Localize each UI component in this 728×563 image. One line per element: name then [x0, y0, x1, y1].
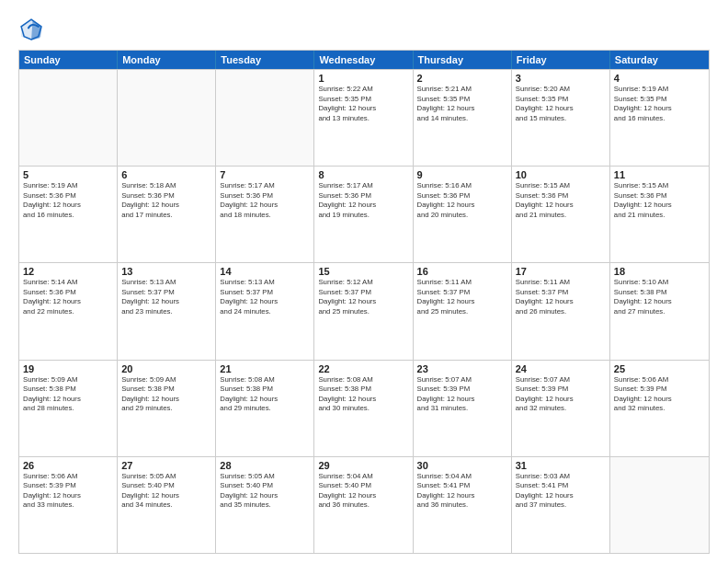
day-cell-3: 3Sunrise: 5:20 AMSunset: 5:35 PMDaylight…: [512, 70, 610, 166]
cell-line: and 34 minutes.: [121, 500, 211, 511]
header-day-wednesday: Wednesday: [314, 51, 413, 69]
header-day-monday: Monday: [118, 51, 216, 69]
day-number: 1: [318, 73, 408, 84]
cell-line: Daylight: 12 hours: [516, 395, 606, 405]
cell-line: Sunrise: 5:06 AM: [23, 472, 113, 482]
cell-line: and 37 minutes.: [516, 500, 606, 511]
day-number: 4: [614, 73, 705, 84]
cell-line: and 29 minutes.: [121, 404, 211, 414]
cell-line: Sunset: 5:38 PM: [614, 288, 705, 298]
day-number: 16: [417, 266, 507, 277]
cell-line: Sunrise: 5:21 AM: [417, 85, 507, 95]
cell-line: Sunset: 5:40 PM: [318, 481, 408, 491]
logo-icon: [18, 17, 44, 42]
cell-line: Daylight: 12 hours: [23, 395, 113, 405]
cell-line: Sunrise: 5:10 AM: [614, 278, 705, 288]
cell-line: Sunrise: 5:03 AM: [516, 472, 606, 482]
cell-line: Daylight: 12 hours: [23, 201, 113, 211]
day-number: 2: [417, 73, 507, 84]
cell-line: and 30 minutes.: [318, 404, 408, 414]
cell-line: and 18 minutes.: [220, 211, 310, 221]
cell-line: Daylight: 12 hours: [417, 104, 507, 114]
empty-cell: [19, 70, 118, 166]
day-cell-20: 20Sunrise: 5:09 AMSunset: 5:38 PMDayligh…: [118, 361, 216, 456]
day-cell-25: 25Sunrise: 5:06 AMSunset: 5:39 PMDayligh…: [610, 361, 709, 456]
cell-line: Sunset: 5:36 PM: [23, 288, 113, 298]
cell-line: and 33 minutes.: [23, 500, 113, 511]
header-day-tuesday: Tuesday: [216, 51, 314, 69]
cell-line: Sunset: 5:36 PM: [318, 191, 408, 201]
cell-line: Sunset: 5:38 PM: [318, 385, 408, 395]
calendar-row-3: 19Sunrise: 5:09 AMSunset: 5:38 PMDayligh…: [19, 360, 709, 456]
cell-line: Daylight: 12 hours: [121, 297, 211, 307]
cell-line: Sunset: 5:36 PM: [516, 191, 606, 201]
calendar: SundayMondayTuesdayWednesdayThursdayFrid…: [18, 50, 710, 554]
cell-line: and 17 minutes.: [121, 211, 211, 221]
day-number: 25: [614, 363, 705, 374]
cell-line: Sunrise: 5:08 AM: [318, 375, 408, 385]
cell-line: Sunrise: 5:13 AM: [121, 278, 211, 288]
day-number: 27: [121, 460, 211, 471]
cell-line: Sunset: 5:36 PM: [220, 191, 310, 201]
cell-line: Sunset: 5:41 PM: [417, 481, 507, 491]
calendar-body: 1Sunrise: 5:22 AMSunset: 5:35 PMDaylight…: [19, 69, 709, 553]
cell-line: Sunset: 5:38 PM: [23, 385, 113, 395]
cell-line: Sunset: 5:37 PM: [220, 288, 310, 298]
cell-line: and 32 minutes.: [516, 404, 606, 414]
calendar-row-4: 26Sunrise: 5:06 AMSunset: 5:39 PMDayligh…: [19, 456, 709, 553]
cell-line: and 28 minutes.: [23, 404, 113, 414]
day-cell-10: 10Sunrise: 5:15 AMSunset: 5:36 PMDayligh…: [512, 167, 610, 262]
cell-line: and 26 minutes.: [516, 307, 606, 317]
cell-line: Daylight: 12 hours: [417, 201, 507, 211]
cell-line: Sunrise: 5:15 AM: [614, 181, 705, 191]
day-cell-2: 2Sunrise: 5:21 AMSunset: 5:35 PMDaylight…: [414, 70, 512, 166]
day-cell-24: 24Sunrise: 5:07 AMSunset: 5:39 PMDayligh…: [512, 361, 610, 456]
cell-line: Daylight: 12 hours: [121, 491, 211, 501]
cell-line: Daylight: 12 hours: [220, 297, 310, 307]
cell-line: and 25 minutes.: [318, 307, 408, 317]
cell-line: Sunrise: 5:16 AM: [417, 181, 507, 191]
day-number: 9: [417, 169, 507, 180]
day-cell-12: 12Sunrise: 5:14 AMSunset: 5:36 PMDayligh…: [19, 263, 118, 359]
day-number: 19: [23, 363, 113, 374]
cell-line: Daylight: 12 hours: [417, 491, 507, 501]
calendar-row-1: 5Sunrise: 5:19 AMSunset: 5:36 PMDaylight…: [19, 166, 709, 262]
day-cell-21: 21Sunrise: 5:08 AMSunset: 5:38 PMDayligh…: [216, 361, 314, 456]
cell-line: Daylight: 12 hours: [318, 297, 408, 307]
cell-line: Sunset: 5:37 PM: [417, 288, 507, 298]
day-cell-15: 15Sunrise: 5:12 AMSunset: 5:37 PMDayligh…: [314, 263, 413, 359]
cell-line: and 14 minutes.: [417, 114, 507, 124]
cell-line: Sunset: 5:40 PM: [220, 481, 310, 491]
day-cell-1: 1Sunrise: 5:22 AMSunset: 5:35 PMDaylight…: [314, 70, 413, 166]
header-day-saturday: Saturday: [610, 51, 709, 69]
cell-line: Daylight: 12 hours: [417, 297, 507, 307]
cell-line: Daylight: 12 hours: [23, 491, 113, 501]
cell-line: Sunrise: 5:05 AM: [121, 472, 211, 482]
day-cell-28: 28Sunrise: 5:05 AMSunset: 5:40 PMDayligh…: [216, 457, 314, 553]
empty-cell: [216, 70, 314, 166]
day-number: 20: [121, 363, 211, 374]
cell-line: Sunrise: 5:19 AM: [23, 181, 113, 191]
cell-line: Daylight: 12 hours: [23, 297, 113, 307]
cell-line: and 29 minutes.: [220, 404, 310, 414]
cell-line: Daylight: 12 hours: [614, 395, 705, 405]
day-number: 10: [516, 169, 606, 180]
cell-line: and 31 minutes.: [417, 404, 507, 414]
cell-line: Sunset: 5:38 PM: [220, 385, 310, 395]
cell-line: and 21 minutes.: [614, 211, 705, 221]
calendar-row-0: 1Sunrise: 5:22 AMSunset: 5:35 PMDaylight…: [19, 69, 709, 166]
header-day-sunday: Sunday: [19, 51, 118, 69]
day-cell-23: 23Sunrise: 5:07 AMSunset: 5:39 PMDayligh…: [414, 361, 512, 456]
cell-line: Sunset: 5:36 PM: [23, 191, 113, 201]
cell-line: and 25 minutes.: [417, 307, 507, 317]
header-day-friday: Friday: [512, 51, 610, 69]
cell-line: Sunrise: 5:18 AM: [121, 181, 211, 191]
day-cell-31: 31Sunrise: 5:03 AMSunset: 5:41 PMDayligh…: [512, 457, 610, 553]
cell-line: Sunrise: 5:15 AM: [516, 181, 606, 191]
cell-line: Daylight: 12 hours: [614, 201, 705, 211]
day-number: 31: [516, 460, 606, 471]
day-cell-13: 13Sunrise: 5:13 AMSunset: 5:37 PMDayligh…: [118, 263, 216, 359]
cell-line: Sunrise: 5:04 AM: [417, 472, 507, 482]
cell-line: Daylight: 12 hours: [121, 395, 211, 405]
cell-line: Sunset: 5:38 PM: [121, 385, 211, 395]
